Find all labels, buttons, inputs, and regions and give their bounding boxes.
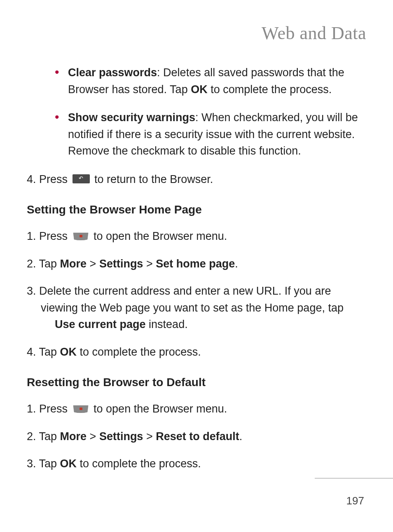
step-sep: > [143, 258, 156, 270]
bullet-clear-passwords: Clear passwords: Deletes all saved passw… [56, 64, 366, 98]
step-bold: Use current page [55, 318, 146, 330]
step-text: to return to the Browser. [94, 173, 213, 185]
step-text: viewing the Web page you want to set as … [41, 302, 344, 314]
page-header: Web and Data [27, 23, 366, 44]
step-3-tap-ok-b: 3. Tap OK to complete the process. [27, 455, 366, 472]
step-text: to open the Browser menu. [94, 403, 227, 415]
menu-key-icon [73, 405, 89, 413]
step-2-tap-reset: 2. Tap More > Settings > Reset to defaul… [27, 428, 366, 445]
step-4-tap-ok: 4. Tap OK to complete the process. [27, 344, 366, 361]
bullet-label: Clear passwords [68, 66, 157, 79]
step-1-press-menu: 1. Press to open the Browser menu. [27, 228, 366, 245]
heading-reset-default: Resetting the Browser to Default [27, 376, 366, 389]
step-4-return: 4. Press to return to the Browser. [27, 171, 366, 188]
step-bold: Settings [99, 430, 143, 443]
step-text: 2. Tap [27, 430, 60, 443]
step-bold: More [60, 430, 87, 443]
footer-rule [315, 478, 393, 478]
step-2-tap-more: 2. Tap More > Settings > Set home page. [27, 255, 366, 272]
step-bold: Reset to default [156, 430, 239, 443]
step-text: 1. Press [27, 230, 71, 242]
bullet-label: Show security warnings [68, 111, 195, 124]
menu-key-icon [73, 232, 89, 240]
page-number: 197 [346, 495, 364, 507]
svg-rect-0 [80, 235, 82, 237]
heading-home-page: Setting the Browser Home Page [27, 203, 366, 216]
step-bold: OK [60, 457, 77, 470]
step-bold: Settings [99, 258, 143, 270]
back-key-icon [73, 174, 90, 183]
step-text: to complete the process. [77, 346, 201, 358]
svg-rect-1 [80, 408, 82, 410]
document-page: Web and Data Clear passwords: Deletes al… [0, 0, 393, 472]
step-1-press-menu-b: 1. Press to open the Browser menu. [27, 401, 366, 417]
step-sep: > [87, 258, 99, 270]
step-end: . [235, 258, 238, 270]
step-text: to open the Browser menu. [94, 230, 227, 242]
bullet-list: Clear passwords: Deletes all saved passw… [56, 64, 366, 159]
step-sep: > [87, 430, 99, 443]
bullet-security-warnings: Show security warnings: When checkmarked… [56, 109, 366, 159]
step-bold: OK [60, 346, 77, 358]
step-text: 1. Press [27, 403, 71, 415]
step-text: 3. Tap [27, 457, 60, 470]
bullet-text-2: to complete the process. [208, 83, 332, 96]
step-text: to complete the process. [77, 457, 201, 470]
step-bold: More [60, 258, 87, 270]
step-bold: Set home page [156, 258, 235, 270]
step-text: 4. Press [27, 173, 71, 185]
bullet-bold-ok: OK [191, 83, 208, 96]
step-text: 4. Tap [27, 346, 60, 358]
step-3-delete-url: 3. Delete the current address and enter … [27, 283, 366, 333]
step-text: instead. [146, 318, 188, 330]
step-end: . [239, 430, 243, 443]
step-sep: > [143, 430, 156, 443]
step-text: 3. Delete the current address and enter … [27, 285, 331, 297]
step-text: 2. Tap [27, 258, 60, 270]
